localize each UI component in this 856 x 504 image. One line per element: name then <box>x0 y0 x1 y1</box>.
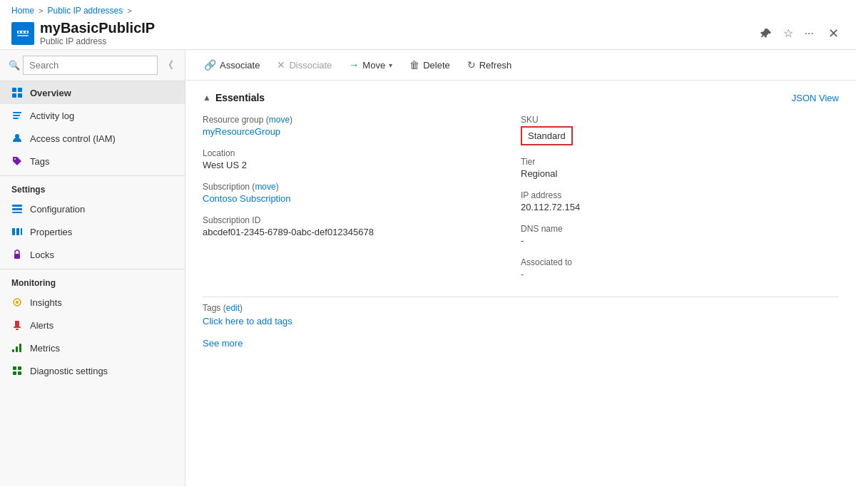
configuration-icon <box>11 203 23 215</box>
ellipsis-icon: ··· <box>805 27 814 40</box>
nav-insights[interactable]: Insights <box>0 291 185 314</box>
location-field: Location West US 2 <box>203 148 492 170</box>
svg-rect-30 <box>13 371 16 375</box>
svg-rect-18 <box>21 228 22 235</box>
svg-rect-23 <box>14 326 21 328</box>
resource-icon <box>11 22 34 45</box>
subscription-value: Contoso Subscription <box>203 193 492 204</box>
insights-icon <box>11 297 23 308</box>
sku-label: SKU <box>521 115 810 125</box>
sku-value: Standard <box>521 126 810 145</box>
subscription-link[interactable]: Contoso Subscription <box>203 193 291 204</box>
ip-address-value: 20.112.72.154 <box>521 202 810 212</box>
svg-rect-27 <box>19 344 21 352</box>
public-ip-icon <box>16 26 30 41</box>
nav-tags[interactable]: Tags <box>0 150 185 173</box>
resource-group-move-link[interactable]: move <box>269 115 290 125</box>
nav-configuration[interactable]: Configuration <box>0 197 185 220</box>
toolbar: 🔗 Associate ✕ Dissociate → Move ▾ 🗑 Dele… <box>185 50 856 81</box>
associate-button[interactable]: 🔗 Associate <box>197 56 267 74</box>
tier-value: Regional <box>521 168 810 179</box>
refresh-button[interactable]: ↻ Refresh <box>460 56 519 74</box>
svg-rect-25 <box>12 349 14 352</box>
move-label: Move <box>362 60 385 71</box>
metrics-icon <box>11 342 23 354</box>
essentials-header: ▲ Essentials JSON View <box>203 92 839 103</box>
tier-label: Tier <box>521 157 810 167</box>
sku-highlight-box: Standard <box>521 126 573 145</box>
settings-section-header: Settings <box>0 175 185 197</box>
svg-rect-28 <box>13 366 16 370</box>
activity-log-icon <box>11 110 23 121</box>
associate-label: Associate <box>220 60 260 71</box>
essentials-left-col: Resource group (move) myResourceGroup Lo… <box>203 115 521 291</box>
move-dropdown-icon: ▾ <box>389 61 392 69</box>
sku-field: SKU Standard <box>521 115 810 145</box>
delete-label: Delete <box>423 60 450 71</box>
json-view-link[interactable]: JSON View <box>792 93 839 103</box>
svg-point-4 <box>26 31 28 33</box>
svg-rect-5 <box>12 88 16 92</box>
nav-alerts[interactable]: Alerts <box>0 314 185 336</box>
svg-rect-9 <box>13 112 21 113</box>
svg-rect-7 <box>12 93 16 98</box>
nav-activity-log[interactable]: Activity log <box>0 104 185 127</box>
svg-rect-29 <box>18 366 21 370</box>
nav-overview[interactable]: Overview <box>0 81 185 104</box>
header-icons: ☆ ··· <box>758 24 817 43</box>
svg-point-3 <box>22 31 24 33</box>
svg-rect-22 <box>15 321 19 326</box>
configuration-label: Configuration <box>30 204 85 215</box>
resource-title-block: myBasicPublicIP Public IP address <box>40 20 752 46</box>
alerts-icon <box>11 319 23 331</box>
access-control-icon <box>11 133 23 144</box>
more-options-button[interactable]: ··· <box>802 24 817 43</box>
svg-rect-6 <box>18 88 22 92</box>
dns-name-field: DNS name - <box>521 224 810 246</box>
collapse-sidebar-button[interactable]: 《 <box>160 56 176 75</box>
resource-group-link[interactable]: myResourceGroup <box>203 126 280 137</box>
see-more-link[interactable]: See more <box>203 338 243 349</box>
pin-button[interactable] <box>758 25 775 42</box>
essentials-title: ▲ Essentials <box>203 92 265 103</box>
diagnostic-settings-icon <box>11 365 23 376</box>
nav-access-control[interactable]: Access control (IAM) <box>0 127 185 150</box>
tier-field: Tier Regional <box>521 157 810 179</box>
dissociate-button[interactable]: ✕ Dissociate <box>270 56 339 74</box>
tags-section: Tags (edit) Click here to add tags <box>203 303 839 326</box>
svg-rect-15 <box>12 212 22 213</box>
tags-edit-link[interactable]: edit <box>226 303 240 313</box>
delete-button[interactable]: 🗑 Delete <box>402 56 457 74</box>
properties-label: Properties <box>30 227 72 237</box>
nav-metrics[interactable]: Metrics <box>0 336 185 359</box>
search-input[interactable] <box>23 56 158 75</box>
breadcrumb-home[interactable]: Home <box>11 6 34 16</box>
nav-properties[interactable]: Properties <box>0 220 185 243</box>
close-button[interactable]: ✕ <box>822 23 845 44</box>
dns-name-value: - <box>521 235 810 246</box>
subscription-id-label: Subscription ID <box>203 215 492 225</box>
move-button[interactable]: → Move ▾ <box>342 56 399 74</box>
tags-add-link[interactable]: Click here to add tags <box>203 316 839 326</box>
location-value: West US 2 <box>203 160 492 170</box>
svg-rect-1 <box>17 35 29 36</box>
pin-icon <box>760 28 772 39</box>
associate-icon: 🔗 <box>204 59 216 71</box>
resource-type: Public IP address <box>40 36 752 46</box>
nav-diagnostic-settings[interactable]: Diagnostic settings <box>0 359 185 382</box>
favorite-button[interactable]: ☆ <box>780 24 796 43</box>
top-bar: Home > Public IP addresses > myBasicPubl… <box>0 0 856 50</box>
breadcrumb-sep1: > <box>39 6 43 15</box>
essentials-grid: Resource group (move) myResourceGroup Lo… <box>203 115 839 291</box>
associated-to-link[interactable]: - <box>521 269 524 279</box>
nav-locks[interactable]: Locks <box>0 243 185 266</box>
svg-rect-31 <box>18 371 21 375</box>
insights-label: Insights <box>30 297 62 308</box>
main-layout: 🔍 《 Overview Activity log Access control… <box>0 50 856 486</box>
tags-label: Tags <box>30 156 49 167</box>
subscription-move-link[interactable]: move <box>255 182 275 192</box>
breadcrumb-public-ips[interactable]: Public IP addresses <box>47 6 123 16</box>
refresh-icon: ↻ <box>467 59 476 71</box>
monitoring-section-header: Monitoring <box>0 269 185 291</box>
essentials-right-col: SKU Standard Tier Regional IP address 20… <box>521 115 839 291</box>
